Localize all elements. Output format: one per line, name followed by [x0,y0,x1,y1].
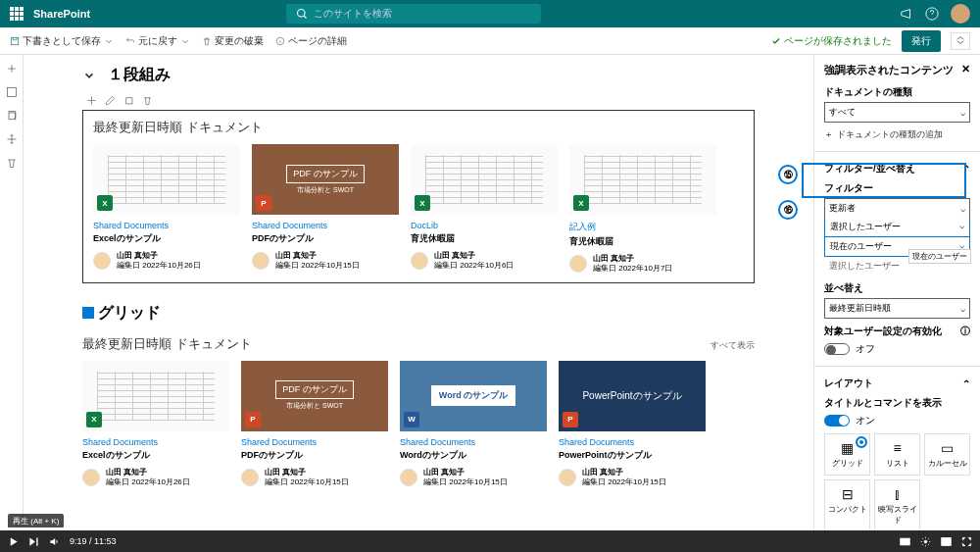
document-card[interactable]: PDF のサンプル市場分析と SWOTPShared DocumentsPDFの… [252,144,399,275]
grid-section-heading: グリッド [82,303,755,324]
layout-heading: レイアウト [824,376,873,390]
audience-label: 対象ユーザー設定の有効化 [824,325,942,338]
gear-icon[interactable] [920,536,931,547]
undo-button[interactable]: 元に戻す [125,34,190,48]
copy-icon[interactable] [6,110,18,122]
publish-button[interactable]: 発行 [902,30,941,52]
section-title: １段組み [108,65,171,85]
document-card[interactable]: XShared DocumentsExcelのサンプル山田 真知子編集日 202… [82,361,229,488]
captions-icon[interactable] [900,536,910,547]
document-card[interactable]: X記入例育児休暇届山田 真知子編集日 2022年10月7日 [569,144,716,275]
author-name: 山田 真知子 [265,468,349,477]
dropdown-option-current-user[interactable]: 現在のユーザー⌵ 現在のユーザー [824,237,970,257]
delete-icon[interactable] [6,157,18,169]
svg-rect-6 [126,98,132,104]
edit-date: 編集日 2022年10月7日 [593,264,672,274]
card-title: Excelのサンプル [93,232,240,245]
duplicate-icon[interactable] [123,95,134,106]
expand-button[interactable] [951,32,970,50]
library-link[interactable]: 記入例 [569,221,716,233]
see-all-link[interactable]: すべて表示 [710,339,755,352]
command-bar: 下書きとして保存 元に戻す 変更の破棄 ページの詳細 ページが保存されました 発… [0,27,980,55]
document-card[interactable]: XShared DocumentsExcelのサンプル山田 真知子編集日 202… [93,144,240,275]
help-icon[interactable] [925,7,939,21]
edit-date: 編集日 2022年10月6日 [434,261,514,271]
megaphone-icon[interactable] [900,7,913,21]
move-icon[interactable] [6,133,18,145]
discard-button[interactable]: 変更の破棄 [202,34,264,48]
layout-option-3[interactable]: ⊟コンパクト [824,479,870,530]
library-link[interactable]: Shared Documents [559,437,706,447]
document-card[interactable]: PDF のサンプル市場分析と SWOTPShared DocumentsPDFの… [241,361,388,488]
webpart-title: 最終更新日時順 ドキュメント [93,119,744,136]
add-doc-type-link[interactable]: ＋ドキュメントの種類の追加 [824,128,970,141]
suite-header: SharePoint このサイトを検索 [0,0,980,27]
edit-date: 編集日 2022年10月15日 [582,477,666,487]
library-link[interactable]: Shared Documents [241,437,388,447]
trash-icon[interactable] [142,95,153,106]
avatar [93,252,111,270]
chevron-down-icon[interactable] [82,69,96,82]
video-time: 9:19 / 11:53 [70,536,117,546]
document-card[interactable]: PowerPointのサンプルPShared DocumentsPowerPoi… [559,361,706,488]
highlighted-content-webpart[interactable]: 最終更新日時順 ドキュメント XShared DocumentsExcelのサン… [82,110,755,283]
author-name: 山田 真知子 [434,251,514,261]
document-card[interactable]: XDocLib育児休暇届山田 真知子編集日 2022年10月6日 [411,144,558,275]
pip-icon[interactable] [941,536,952,547]
avatar [241,469,259,486]
audience-toggle[interactable]: オフ [824,342,970,356]
tooltip: 現在のユーザー [908,249,971,264]
move-icon[interactable] [86,95,97,106]
volume-icon[interactable] [49,536,60,547]
property-pane: 強調表示されたコンテンツ✕ ドキュメントの種類 すべて⌵ ＋ドキュメントの種類の… [813,55,980,530]
layout-option-2[interactable]: ▭カルーセル [924,433,970,476]
layout-option-0[interactable]: ▦グリッド [824,433,870,476]
card-title: Excelのサンプル [82,449,229,462]
save-draft-button[interactable]: 下書きとして保存 [10,34,114,48]
edit-date: 編集日 2022年10月15日 [265,477,349,487]
library-link[interactable]: DocLib [411,221,558,230]
avatar [411,252,428,270]
library-link[interactable]: Shared Documents [252,221,399,230]
avatar[interactable] [951,4,970,24]
edit-date: 編集日 2022年10月26日 [106,477,190,487]
add-icon[interactable] [6,63,18,75]
library-link[interactable]: Shared Documents [400,437,547,447]
doc-type-select[interactable]: すべて⌵ [824,102,970,123]
sort-label: 並べ替え [824,281,970,295]
page-details-button[interactable]: ページの詳細 [275,34,347,48]
document-card[interactable]: Word のサンプルWShared DocumentsWordのサンプル山田 真… [400,361,547,488]
webpart-toolbar [82,91,755,110]
app-launcher-icon[interactable] [10,7,24,21]
show-title-toggle[interactable]: オン [824,414,970,427]
close-icon[interactable]: ✕ [961,63,970,77]
edit-date: 編集日 2022年10月15日 [275,261,360,271]
svg-point-0 [298,10,306,18]
author-name: 山田 真知子 [582,468,666,477]
search-input[interactable]: このサイトを検索 [286,4,541,24]
callout-15: ⑮ [778,165,798,184]
author-name: 山田 真知子 [117,251,201,261]
fullscreen-icon[interactable] [961,536,972,547]
library-link[interactable]: Shared Documents [82,437,229,447]
chevron-up-icon[interactable]: ⌃ [962,378,970,389]
video-controls: 9:19 / 11:53 [0,530,980,552]
library-link[interactable]: Shared Documents [93,221,240,230]
edit-date: 編集日 2022年10月15日 [423,477,508,487]
card-title: 育児休暇届 [411,232,558,245]
saved-indicator: ページが保存されました [771,34,892,48]
layout-option-1[interactable]: ≡リスト [874,433,920,476]
card-title: PDFのサンプル [241,449,388,462]
edit-icon[interactable] [105,95,116,106]
play-icon[interactable] [8,536,19,547]
filter-select[interactable]: 更新者⌵ [824,198,970,219]
layout-option-4[interactable]: ⫿映写スライド [874,479,920,530]
avatar [569,255,587,273]
skip-icon[interactable] [28,536,39,547]
dropdown-option-selected-user[interactable]: 選択したユーザー⌵ [824,218,970,237]
doc-type-label: ドキュメントの種類 [824,85,970,99]
section-icon[interactable] [6,86,18,98]
sort-select[interactable]: 最終更新日時順⌵ [824,298,970,319]
info-icon[interactable]: ⓘ [960,325,970,338]
card-title: PDFのサンプル [252,232,399,245]
